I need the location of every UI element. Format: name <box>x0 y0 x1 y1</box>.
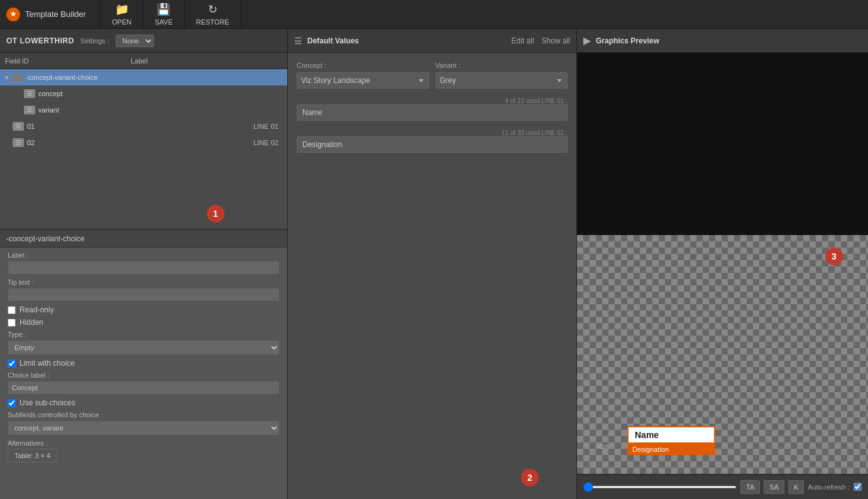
tree-item-02[interactable]: ☰ 02 LINE 02 <box>0 134 287 151</box>
concept-select[interactable]: Viz Story Landscape <box>297 72 429 89</box>
middle-panel: ☰ Default Values Edit all Show all Conce… <box>288 29 577 499</box>
label-field-label: Label : <box>8 251 280 259</box>
line02-input[interactable] <box>297 136 568 153</box>
prop-row-subchoices: Use sub-choices <box>8 398 280 407</box>
right-panel: ▶ Graphics Preview vizrt Name Designatio… <box>577 29 868 499</box>
variant-select[interactable]: Grey <box>436 72 568 89</box>
expand-icon: ▼ <box>4 74 13 81</box>
type-select[interactable]: Empty <box>8 340 280 355</box>
readonly-checkbox[interactable] <box>8 306 16 314</box>
choice-label-input[interactable] <box>8 381 280 395</box>
prop-row-subfields: Subfields controlled by choice : concept… <box>8 411 280 436</box>
preview-slider[interactable] <box>583 486 737 488</box>
prop-row-tiptext: Tip text : <box>8 278 280 302</box>
properties-title: -concept-variant-choice <box>6 234 85 243</box>
subchoices-label: Use sub-choices <box>19 398 75 407</box>
tree-item-concept[interactable]: ☰ concept <box>0 85 287 102</box>
preview-footer: TA SA K Auto-refresh : <box>577 474 868 499</box>
limit-choice-checkbox[interactable] <box>8 359 16 368</box>
concept-col: Concept : Viz Story Landscape <box>297 62 429 89</box>
prop-section-label: Label : Tip text : Read-only Hidden Type… <box>0 248 287 470</box>
show-all-button[interactable]: Show all <box>542 36 570 45</box>
subfields-label: Subfields controlled by choice : <box>8 411 280 419</box>
variant-label: Variant : <box>436 62 568 69</box>
preview-title: Graphics Preview <box>596 36 659 45</box>
tree-item-concept-variant-choice[interactable]: ▼ -concept-variant-choice <box>0 69 287 85</box>
save-button[interactable]: 💾 SAVE <box>143 0 185 28</box>
toolbar: ★ Template Builder 📁 OPEN 💾 SAVE ↻ RESTO… <box>0 0 868 29</box>
prop-row-type: Type : Empty <box>8 331 280 355</box>
line02-used: 11 of 33 used. <box>502 129 541 136</box>
type-label: Type : <box>8 331 280 338</box>
line01-used: 4 of 22 used. <box>505 97 541 104</box>
left-header: OT LOWERTHIRD Settings : None <box>0 29 287 53</box>
tree-item-label-variant: variant <box>38 106 283 114</box>
tree-item-label-02: 02 <box>27 139 253 146</box>
tree-item-variant[interactable]: ☰ variant <box>0 102 287 118</box>
middle-title: Default Values <box>307 36 359 45</box>
prop-row-label: Label : <box>8 251 280 275</box>
concept-label: Concept : <box>297 62 429 69</box>
preview-name-bar: Name <box>627 426 715 444</box>
edit-all-button[interactable]: Edit all <box>512 36 534 45</box>
auto-refresh-label: Auto-refresh : <box>808 483 850 491</box>
preview-designation-bar: Designation <box>627 444 715 455</box>
hidden-label: Hidden <box>19 318 43 327</box>
prop-row-hidden: Hidden <box>8 318 280 327</box>
subfields-select[interactable]: concept, variant <box>8 420 280 436</box>
settings-select[interactable]: None <box>116 35 154 47</box>
tip-text-input[interactable] <box>8 288 280 302</box>
list-icon-02: ☰ <box>13 138 24 147</box>
auto-refresh-checkbox[interactable] <box>854 483 862 491</box>
main-area: OT LOWERTHIRD Settings : None Field ID L… <box>0 29 868 499</box>
app-title: Template Builder <box>25 9 86 19</box>
annotation-1: 1 <box>207 205 224 222</box>
open-button[interactable]: 📁 OPEN <box>101 0 143 28</box>
tree-item-col-label-02: LINE 02 <box>253 139 283 146</box>
list-icon-variant: ☰ <box>24 106 35 114</box>
app-title-area: ★ Template Builder <box>0 0 101 28</box>
list-icon-concept: ☰ <box>24 89 35 98</box>
tree-item-col-label-01: LINE 01 <box>253 123 283 130</box>
annotation-3: 3 <box>825 248 843 265</box>
middle-content: Concept : Viz Story Landscape Variant : … <box>288 53 576 499</box>
line01-input[interactable] <box>297 104 568 121</box>
ta-button[interactable]: TA <box>740 480 760 494</box>
preview-vizrt-text: vizrt <box>597 443 608 450</box>
tree-item-label-01: 01 <box>27 123 253 130</box>
right-header: ▶ Graphics Preview <box>577 29 868 53</box>
preview-content: vizrt Name Designation <box>627 426 715 455</box>
tree-item-01[interactable]: ☰ 01 LINE 01 <box>0 118 287 134</box>
col-field-id-header: Field ID <box>5 57 131 65</box>
preview-area: vizrt Name Designation 3 <box>577 53 868 474</box>
readonly-label: Read-only <box>19 305 54 314</box>
restore-icon: ↻ <box>208 3 217 16</box>
app-logo-text: ★ <box>10 10 16 18</box>
middle-header: ☰ Default Values Edit all Show all <box>288 29 576 53</box>
line01-group: LINE 01 : 4 of 22 used. <box>297 97 568 121</box>
field-tree: ▼ -concept-variant-choice ☰ concept ☰ va… <box>0 69 287 229</box>
line02-group: LINE 02 : 11 of 33 used. <box>297 129 568 153</box>
save-label: SAVE <box>155 18 173 26</box>
save-icon: 💾 <box>157 3 170 16</box>
folder-icon <box>13 74 23 82</box>
properties-panel: -concept-variant-choice Label : Tip text… <box>0 229 287 499</box>
subchoices-checkbox[interactable] <box>8 399 16 407</box>
annotation-2: 2 <box>521 469 539 486</box>
tree-item-label-concept-variant-choice: -concept-variant-choice <box>26 74 283 81</box>
prop-row-limitchoice: Limit with choice <box>8 359 280 368</box>
sa-button[interactable]: SA <box>764 480 784 494</box>
left-panel-title: OT LOWERTHIRD <box>6 36 74 45</box>
hidden-checkbox[interactable] <box>8 319 16 327</box>
left-panel: OT LOWERTHIRD Settings : None Field ID L… <box>0 29 288 499</box>
preview-checker-area: vizrt Name Designation 3 <box>577 235 868 474</box>
label-input[interactable] <box>8 261 280 275</box>
prop-row-choice-label: Choice label : <box>8 371 280 395</box>
choice-label-label: Choice label : <box>8 371 280 379</box>
restore-button[interactable]: ↻ RESTORE <box>185 0 241 28</box>
limit-choice-label: Limit with choice <box>19 359 75 368</box>
alternatives-label: Alternatives : <box>8 439 280 447</box>
alternatives-button[interactable]: Table: 3 × 4 <box>8 449 57 463</box>
properties-header: -concept-variant-choice <box>0 230 287 248</box>
k-button[interactable]: K <box>788 480 804 494</box>
